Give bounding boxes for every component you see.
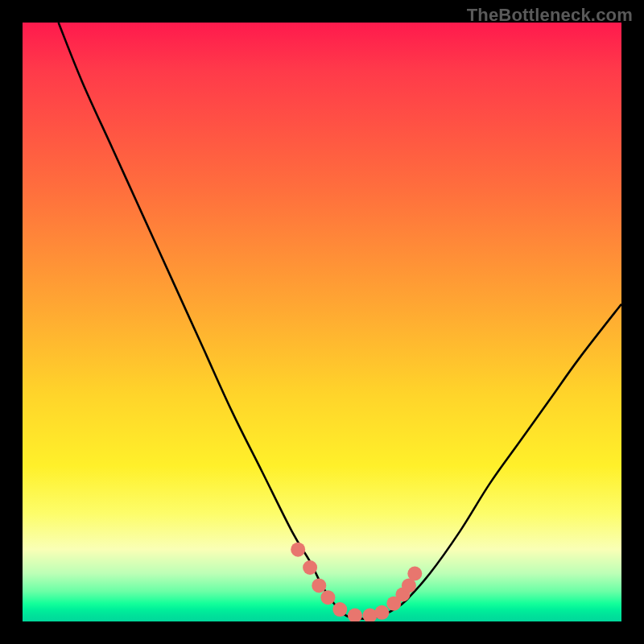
curve-layer xyxy=(23,23,621,621)
watermark-text: TheBottleneck.com xyxy=(467,5,633,26)
marker-dot xyxy=(303,560,317,575)
plot-area xyxy=(23,23,621,621)
marker-dot xyxy=(291,543,305,557)
marker-dot xyxy=(407,567,422,581)
bottleneck-curve xyxy=(59,23,621,619)
marker-dot xyxy=(348,609,362,621)
marker-dot xyxy=(374,605,389,620)
marker-dot xyxy=(363,609,378,621)
chart-frame: TheBottleneck.com xyxy=(0,0,644,644)
marker-dot xyxy=(312,578,326,592)
marker-dot xyxy=(332,602,347,617)
marker-dot xyxy=(320,590,335,605)
highlighted-points xyxy=(291,543,422,621)
